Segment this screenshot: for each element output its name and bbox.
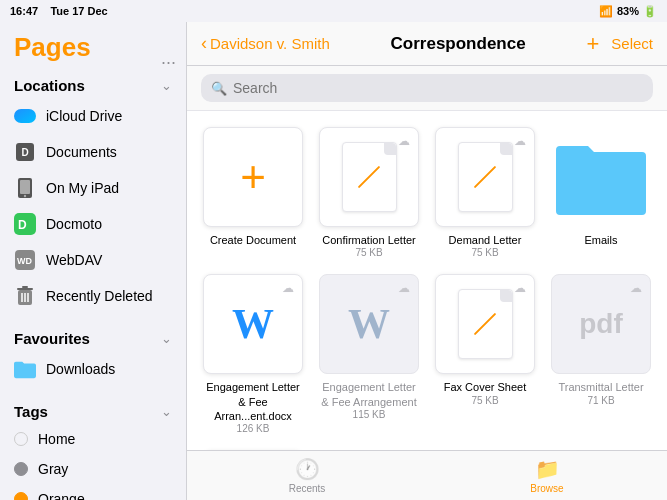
file-item-fax[interactable]: ☁ Fax Cover Sheet 75 KB xyxy=(435,274,535,434)
locations-chevron: ⌄ xyxy=(161,78,172,93)
sidebar-item-docmoto[interactable]: D Docmoto xyxy=(0,206,186,242)
sidebar-item-tag-home[interactable]: Home xyxy=(0,424,186,454)
engagement1-name: Engagement Letter & Fee Arran...ent.docx xyxy=(203,380,303,423)
sidebar-item-recently-deleted[interactable]: Recently Deleted xyxy=(0,278,186,314)
confirmation-doc xyxy=(342,142,397,212)
add-button[interactable]: + xyxy=(586,33,599,55)
more-button[interactable]: ··· xyxy=(157,48,180,77)
sidebar-item-webdav[interactable]: WD WebDAV xyxy=(0,242,186,278)
sidebar-item-tag-gray[interactable]: Gray xyxy=(0,454,186,484)
search-icon: 🔍 xyxy=(211,81,227,96)
downloads-label: Downloads xyxy=(46,361,115,377)
tag-home-label: Home xyxy=(38,431,75,447)
browse-label: Browse xyxy=(530,483,563,494)
trash-icon xyxy=(14,285,36,307)
sidebar-header: Pages ··· xyxy=(0,22,186,69)
tab-browse[interactable]: 📁 Browse xyxy=(427,451,667,500)
cloud-upload-icon-4: ☁ xyxy=(398,281,410,295)
sidebar-item-downloads[interactable]: Downloads xyxy=(0,351,186,387)
sidebar-item-documents[interactable]: D Documents xyxy=(0,134,186,170)
status-bar: 16:47 Tue 17 Dec 📶 83% 🔋 xyxy=(0,0,667,22)
word-w-icon: W xyxy=(232,300,274,348)
cloud-upload-icon-2: ☁ xyxy=(514,134,526,148)
recents-label: Recents xyxy=(289,483,326,494)
create-doc-label: Create Document xyxy=(210,233,296,247)
search-bar: 🔍 xyxy=(187,66,667,111)
docmoto-icon: D xyxy=(14,213,36,235)
sidebar-item-ipad[interactable]: On My iPad xyxy=(0,170,186,206)
content-area: ‹ Davidson v. Smith Correspondence + Sel… xyxy=(187,22,667,500)
svg-text:D: D xyxy=(18,218,27,232)
documents-icon: D xyxy=(14,141,36,163)
time: 16:47 xyxy=(10,5,38,17)
svg-rect-10 xyxy=(22,286,28,288)
engagement2-size: 115 KB xyxy=(353,409,386,420)
orange-slash-fax xyxy=(474,313,497,336)
svg-rect-9 xyxy=(17,288,33,290)
wifi-icon: 📶 xyxy=(599,5,613,18)
back-button[interactable]: ‹ Davidson v. Smith xyxy=(201,33,330,54)
file-item-transmittal-pdf[interactable]: ☁ pdf Transmittal Letter 71 KB xyxy=(551,274,651,434)
tag-gray-label: Gray xyxy=(38,461,68,477)
demand-name: Demand Letter xyxy=(449,233,522,247)
confirmation-thumb: ☁ xyxy=(319,127,419,227)
cloud-upload-icon-5: ☁ xyxy=(514,281,526,295)
create-thumb: + xyxy=(203,127,303,227)
emails-name: Emails xyxy=(584,233,617,247)
tags-chevron: ⌄ xyxy=(161,404,172,419)
word-w-gray-icon: W xyxy=(348,300,390,348)
orange-slash xyxy=(358,166,381,189)
nav-title: Correspondence xyxy=(391,34,526,54)
create-plus-icon: + xyxy=(240,152,266,202)
fax-thumb: ☁ xyxy=(435,274,535,374)
main-layout: Pages ··· Locations ⌄ iCloud Drive D Doc… xyxy=(0,22,667,500)
recents-icon: 🕐 xyxy=(295,457,320,481)
back-label: Davidson v. Smith xyxy=(210,35,330,52)
file-item-engagement2[interactable]: ☁ W Engagement Letter & Fee Arrangement … xyxy=(319,274,419,434)
favourites-chevron: ⌄ xyxy=(161,331,172,346)
transmittal-pdf-thumb: ☁ pdf xyxy=(551,274,651,374)
locations-label: Locations xyxy=(14,77,85,94)
demand-thumb: ☁ xyxy=(435,127,535,227)
sidebar-item-tag-orange[interactable]: Orange xyxy=(0,484,186,500)
search-input-wrap[interactable]: 🔍 xyxy=(201,74,653,102)
confirmation-size: 75 KB xyxy=(355,247,382,258)
file-item-engagement1[interactable]: ☁ W Engagement Letter & Fee Arran...ent.… xyxy=(203,274,303,434)
file-item-confirmation[interactable]: ☁ Confirmation Letter 75 KB xyxy=(319,127,419,258)
tag-orange-dot xyxy=(14,492,28,500)
back-chevron-icon: ‹ xyxy=(201,33,207,54)
tag-gray-dot xyxy=(14,462,28,476)
documents-label: Documents xyxy=(46,144,117,160)
engagement2-thumb: ☁ W xyxy=(319,274,419,374)
svg-rect-0 xyxy=(14,109,36,123)
demand-doc xyxy=(458,142,513,212)
file-item-create[interactable]: + Create Document xyxy=(203,127,303,258)
orange-slash-2 xyxy=(474,166,497,189)
cloud-upload-icon-3: ☁ xyxy=(282,281,294,295)
tab-recents[interactable]: 🕐 Recents xyxy=(187,451,427,500)
transmittal-pdf-name: Transmittal Letter xyxy=(558,380,643,394)
fax-name: Fax Cover Sheet xyxy=(444,380,527,394)
recently-deleted-label: Recently Deleted xyxy=(46,288,153,304)
battery-icon: 🔋 xyxy=(643,5,657,18)
folder-svg xyxy=(556,140,646,215)
pdf-gray-icon: pdf xyxy=(579,308,623,340)
search-input[interactable] xyxy=(233,80,643,96)
file-item-demand[interactable]: ☁ Demand Letter 75 KB xyxy=(435,127,535,258)
select-button[interactable]: Select xyxy=(611,35,653,52)
tags-section-header[interactable]: Tags ⌄ xyxy=(0,395,186,424)
status-time-date: 16:47 Tue 17 Dec xyxy=(10,5,108,17)
svg-rect-2 xyxy=(20,180,30,194)
transmittal-pdf-size: 71 KB xyxy=(587,395,614,406)
downloads-folder-icon xyxy=(14,358,36,380)
fax-size: 75 KB xyxy=(471,395,498,406)
favourites-label: Favourites xyxy=(14,330,90,347)
docmoto-label: Docmoto xyxy=(46,216,102,232)
file-item-emails[interactable]: Emails xyxy=(551,127,651,258)
demand-size: 75 KB xyxy=(471,247,498,258)
favourites-section-header[interactable]: Favourites ⌄ xyxy=(0,322,186,351)
tag-home-dot xyxy=(14,432,28,446)
sidebar-title: Pages xyxy=(14,32,91,63)
confirmation-name: Confirmation Letter xyxy=(322,233,416,247)
sidebar-item-icloud[interactable]: iCloud Drive xyxy=(0,98,186,134)
